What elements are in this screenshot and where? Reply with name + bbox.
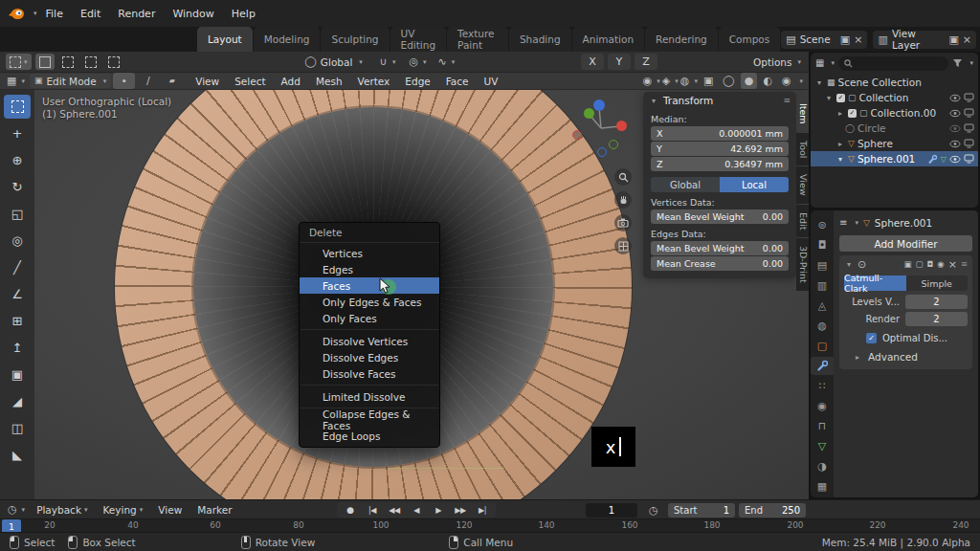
cage-display-toggle[interactable]: ◉: [937, 260, 944, 269]
hide-eye-icon[interactable]: [949, 94, 961, 102]
xray-toggle[interactable]: ▣: [700, 73, 717, 89]
menu-face[interactable]: Face: [439, 73, 476, 89]
filter-icon[interactable]: [952, 58, 963, 68]
menu-edit[interactable]: Edit: [72, 0, 109, 27]
axis-x-dot[interactable]: [616, 121, 627, 131]
tab-modifiers[interactable]: [811, 357, 834, 375]
jump-to-start-button[interactable]: |◀: [362, 503, 383, 517]
axis-x-neg-dot[interactable]: [572, 130, 582, 140]
orientation-dropdown[interactable]: ◯ Global ▾: [305, 56, 363, 68]
navigation-gizmo[interactable]: [570, 98, 632, 159]
tab-uv-editing[interactable]: UV Editing: [390, 27, 447, 52]
space-local-button[interactable]: Local: [720, 177, 789, 192]
menu-edge[interactable]: Edge: [398, 73, 436, 89]
npanel-tab-tool[interactable]: Tool: [796, 133, 809, 165]
tool-rotate[interactable]: ↻: [4, 175, 31, 199]
proportional-edit-dropdown[interactable]: ◎ ▾: [409, 56, 426, 67]
remove-modifier-icon[interactable]: ×: [948, 259, 957, 270]
modifier-grip-icon[interactable]: ≡: [961, 259, 968, 269]
median-y-field[interactable]: Y 42.692 mm: [651, 142, 789, 156]
timeline-editor-dropdown[interactable]: ◷ ▾: [4, 504, 29, 515]
advanced-section-label[interactable]: Advanced: [868, 351, 918, 363]
mirror-y-toggle[interactable]: Y: [608, 54, 631, 70]
tab-output[interactable]: ▤: [811, 256, 834, 275]
menu-add[interactable]: Add: [275, 73, 307, 89]
tab-compositing[interactable]: Compos: [719, 27, 781, 52]
expand-icon[interactable]: ▸: [853, 353, 862, 362]
tab-object-data[interactable]: ▽: [811, 437, 834, 455]
expand-icon[interactable]: ▾: [824, 94, 834, 102]
menu-mesh[interactable]: Mesh: [309, 73, 349, 89]
tab-view-layer[interactable]: ▥: [811, 276, 834, 295]
menu-item-collapse-edges-faces[interactable]: Collapse Edges & Faces: [300, 411, 439, 428]
new-view-layer-icon[interactable]: ▣: [948, 34, 958, 45]
options-dropdown[interactable]: Options ▾: [753, 56, 801, 68]
tool-scale[interactable]: ◱: [4, 202, 31, 226]
play-reverse-button[interactable]: ◀: [406, 503, 427, 517]
new-scene-icon[interactable]: ▣: [840, 34, 850, 45]
select-mode-extend-button[interactable]: [58, 54, 78, 70]
axis-y-neg-dot[interactable]: [609, 140, 618, 149]
menu-vertex[interactable]: Vertex: [351, 73, 397, 89]
tool-annotate[interactable]: ╱: [4, 255, 31, 279]
npanel-tab-3d-print[interactable]: 3D-Print: [796, 238, 809, 291]
tool-extrude[interactable]: ↥: [4, 336, 31, 360]
edge-crease-field[interactable]: Mean Crease 0.00: [651, 256, 789, 271]
auto-key-button[interactable]: ●: [340, 503, 361, 517]
tab-physics[interactable]: ◉: [811, 397, 834, 415]
jump-to-end-button[interactable]: ▶|: [472, 503, 493, 517]
mirror-x-toggle[interactable]: X: [581, 54, 604, 70]
3d-viewport[interactable]: + ⊕ ↻ ◱ ◎ ╱ ∠ ⊞ ↥ ▣ ◢ ◫ ◣ User Orthograp…: [0, 90, 809, 499]
menu-item-dissolve-vertices[interactable]: Dissolve Vertices: [300, 333, 439, 349]
menu-item-only-faces[interactable]: Only Faces: [300, 310, 439, 326]
menu-view[interactable]: View: [189, 73, 226, 89]
median-x-field[interactable]: X 0.000001 mm: [651, 126, 789, 141]
tool-knife[interactable]: ◣: [4, 443, 31, 467]
previous-keyframe-button[interactable]: ◀◀: [384, 503, 405, 517]
hide-eye-icon[interactable]: [949, 109, 961, 118]
catmull-clark-button[interactable]: Catmull-Clark: [844, 276, 906, 291]
tool-measure[interactable]: ∠: [4, 282, 31, 306]
tab-particles[interactable]: ∷: [811, 377, 834, 395]
menu-item-limited-dissolve[interactable]: Limited Dissolve: [300, 388, 439, 405]
menu-item-dissolve-edges[interactable]: Dissolve Edges: [300, 349, 439, 365]
expand-icon[interactable]: ▾: [814, 78, 824, 87]
shading-material-button[interactable]: ◐: [759, 73, 776, 89]
timeline-ruler[interactable]: 20 40 60 80 100 120 140 160 180 200 220 …: [0, 518, 980, 532]
menu-marker[interactable]: Marker: [189, 500, 239, 518]
next-keyframe-button[interactable]: ▶▶: [450, 503, 471, 517]
active-tool-button[interactable]: ▾: [6, 54, 32, 70]
expand-icon[interactable]: ▾: [835, 155, 845, 164]
remove-view-layer-icon[interactable]: ×: [963, 34, 971, 45]
tool-box-select[interactable]: [4, 95, 31, 119]
tool-add-cube[interactable]: ⊞: [4, 309, 31, 333]
axis-y-dot[interactable]: [584, 108, 594, 119]
hide-eye-icon[interactable]: [949, 124, 961, 133]
tab-texture[interactable]: ▦: [811, 477, 834, 496]
tab-world[interactable]: ◍: [811, 317, 834, 335]
editor-type-dropdown[interactable]: ▦ ▾: [4, 76, 28, 86]
expand-icon[interactable]: ▸: [835, 140, 845, 148]
tab-sculpting[interactable]: Sculpting: [321, 27, 389, 52]
transform-panel-header[interactable]: ▾ Transform ≡: [643, 92, 796, 109]
camera-view-button[interactable]: [614, 214, 632, 231]
overlays-dropdown[interactable]: ◍▾: [680, 76, 698, 86]
collection-checkbox[interactable]: ✓: [848, 109, 857, 118]
search-input[interactable]: [838, 56, 949, 71]
outliner-row-sphere[interactable]: ▸ ▽ Sphere: [811, 136, 978, 151]
tab-texture-paint[interactable]: Texture Paint: [447, 27, 508, 52]
tab-rendering[interactable]: Rendering: [645, 27, 718, 52]
grip-icon[interactable]: ≡: [783, 96, 791, 105]
tab-object[interactable]: ▢: [811, 337, 834, 355]
space-global-button[interactable]: Global: [651, 177, 720, 192]
edge-bevel-weight-field[interactable]: Mean Bevel Weight 0.00: [651, 241, 789, 255]
menu-keying[interactable]: Keying▾: [96, 500, 151, 518]
outliner-row-sphere-001[interactable]: ▾ ▽ Sphere.001 ▽: [811, 151, 978, 166]
disable-viewport-icon[interactable]: [964, 154, 974, 164]
levels-viewport-field[interactable]: 2: [905, 295, 968, 309]
select-mode-new-button[interactable]: [35, 54, 55, 70]
view-layer-selector[interactable]: ▥ View Layer ▣ ×: [873, 31, 976, 49]
hide-eye-icon[interactable]: [949, 155, 961, 164]
gizmos-dropdown[interactable]: ◈▾: [662, 76, 679, 86]
toggle-ortho-button[interactable]: [614, 237, 632, 254]
